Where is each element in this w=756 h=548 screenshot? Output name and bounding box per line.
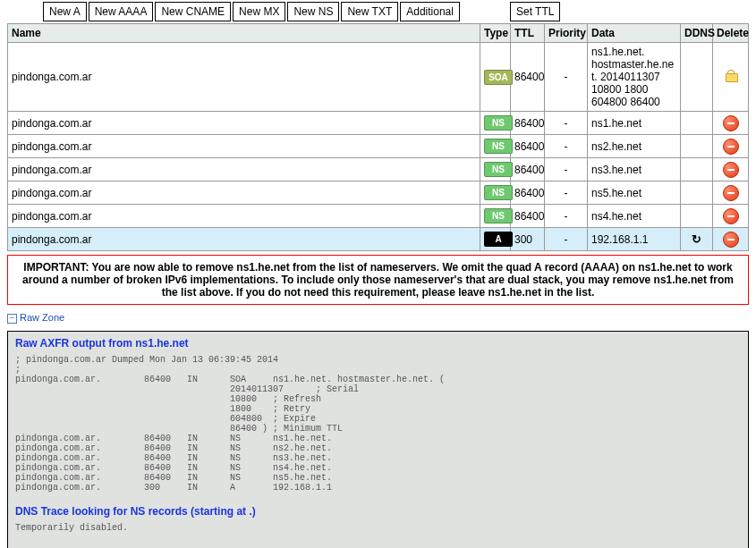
refresh-icon[interactable]: ↻: [691, 233, 703, 246]
delete-icon[interactable]: [723, 162, 739, 178]
ns-badge-icon: NS: [484, 185, 513, 200]
delete-icon[interactable]: [723, 208, 739, 224]
raw-output-panel: Raw AXFR output from ns1.he.net ; pindon…: [7, 331, 749, 548]
cell-type: NS: [480, 135, 511, 158]
cell-ttl: 86400: [511, 112, 545, 135]
delete-icon[interactable]: [723, 115, 739, 131]
cell-delete: [713, 181, 749, 205]
cell-type: A: [480, 228, 511, 251]
new-txt-button[interactable]: New TXT: [341, 2, 398, 21]
delete-icon[interactable]: [723, 232, 739, 248]
table-row[interactable]: pindonga.com.arNS86400-ns2.he.net: [8, 135, 749, 158]
collapse-icon[interactable]: −: [7, 314, 17, 324]
raw-axfr-text: ; pindonga.com.ar Dumped Mon Jan 13 06:3…: [15, 355, 741, 493]
cell-ddns: [681, 43, 713, 112]
cell-priority: -: [545, 181, 588, 205]
cell-data: ns4.he.net: [588, 205, 681, 228]
cell-priority: -: [545, 228, 588, 251]
cell-ddns: [681, 205, 713, 228]
cell-delete: [713, 135, 749, 158]
column-type: Type: [480, 24, 511, 43]
rawzone-link[interactable]: Raw Zone: [20, 312, 64, 323]
cell-name: pindonga.com.ar: [8, 112, 480, 135]
cell-name: pindonga.com.ar: [8, 181, 480, 205]
cell-type: NS: [480, 205, 511, 228]
cell-type: NS: [480, 158, 511, 181]
soa-badge-icon: SOA: [484, 70, 513, 85]
cell-name: pindonga.com.ar: [8, 228, 480, 251]
cell-data: ns3.he.net: [588, 158, 681, 181]
cell-name: pindonga.com.ar: [8, 135, 480, 158]
cell-ttl: 86400: [511, 181, 545, 205]
cell-type: NS: [480, 112, 511, 135]
cell-ttl: 86400: [511, 43, 545, 112]
cell-priority: -: [545, 135, 588, 158]
cell-delete: [713, 205, 749, 228]
table-row[interactable]: pindonga.com.arNS86400-ns3.he.net: [8, 158, 749, 181]
cell-delete: [713, 43, 749, 112]
column-priority: Priority: [545, 24, 588, 43]
dns-trace-text: Temporarily disabled.: [15, 523, 741, 533]
table-row[interactable]: pindonga.com.arNS86400-ns1.he.net: [8, 112, 749, 135]
table-row[interactable]: pindonga.com.arSOA86400-ns1.he.net. host…: [8, 43, 749, 112]
important-notice: IMPORTANT: You are now able to remove ns…: [7, 255, 749, 305]
cell-priority: -: [545, 112, 588, 135]
cell-delete: [713, 112, 749, 135]
cell-type: SOA: [480, 43, 511, 112]
cell-name: pindonga.com.ar: [8, 158, 480, 181]
column-name: Name: [8, 24, 480, 43]
cell-ttl: 300: [511, 228, 545, 251]
cell-data: ns5.he.net: [588, 181, 681, 205]
toolbar: New A New AAAA New CNAME New MX New NS N…: [0, 0, 756, 23]
cell-ddns: ↻: [681, 228, 713, 251]
cell-ttl: 86400: [511, 205, 545, 228]
cell-ttl: 86400: [511, 158, 545, 181]
cell-type: NS: [480, 181, 511, 205]
table-row[interactable]: pindonga.com.arNS86400-ns5.he.net: [8, 181, 749, 205]
ns-badge-icon: NS: [484, 115, 513, 131]
column-delete: Delete: [713, 24, 749, 43]
cell-name: pindonga.com.ar: [8, 43, 480, 112]
table-row[interactable]: pindonga.com.arNS86400-ns4.he.net: [8, 205, 749, 228]
new-ns-button[interactable]: New NS: [287, 2, 339, 21]
set-ttl-button[interactable]: Set TTL: [510, 2, 560, 21]
cell-ddns: [681, 158, 713, 181]
cell-ddns: [681, 181, 713, 205]
delete-icon[interactable]: [723, 185, 739, 201]
a-badge-icon: A: [484, 232, 513, 247]
cell-data: ns2.he.net: [588, 135, 681, 158]
column-ttl: TTL: [511, 24, 545, 43]
cell-data: ns1.he.net. hostmaster.he.net. 201401130…: [588, 43, 681, 112]
column-ddns: DDNS: [681, 24, 713, 43]
cell-name: pindonga.com.ar: [8, 205, 480, 228]
lock-icon: [725, 70, 737, 82]
raw-axfr-title: Raw AXFR output from ns1.he.net: [15, 337, 741, 350]
new-a-button[interactable]: New A: [43, 2, 87, 21]
cell-priority: -: [545, 205, 588, 228]
cell-delete: [713, 158, 749, 181]
dns-records-table: Name Type TTL Priority Data DDNS Delete …: [7, 23, 749, 251]
cell-priority: -: [545, 158, 588, 181]
delete-icon[interactable]: [723, 139, 739, 155]
cell-ddns: [681, 112, 713, 135]
additional-button[interactable]: Additional: [400, 2, 460, 21]
dns-trace-title: DNS Trace looking for NS records (starti…: [15, 505, 741, 518]
ns-badge-icon: NS: [484, 208, 513, 223]
cell-delete: [713, 228, 749, 251]
cell-ttl: 86400: [511, 135, 545, 158]
column-data: Data: [588, 24, 681, 43]
ns-badge-icon: NS: [484, 162, 513, 177]
table-row[interactable]: pindonga.com.arA300-192.168.1.1↻: [8, 228, 749, 251]
new-mx-button[interactable]: New MX: [233, 2, 285, 21]
rawzone-toggle-line: − Raw Zone: [7, 312, 749, 324]
cell-priority: -: [545, 43, 588, 112]
ns-badge-icon: NS: [484, 139, 513, 154]
cell-data: 192.168.1.1: [588, 228, 681, 251]
new-aaaa-button[interactable]: New AAAA: [89, 2, 154, 21]
cell-ddns: [681, 135, 713, 158]
cell-data: ns1.he.net: [588, 112, 681, 135]
new-cname-button[interactable]: New CNAME: [155, 2, 231, 21]
